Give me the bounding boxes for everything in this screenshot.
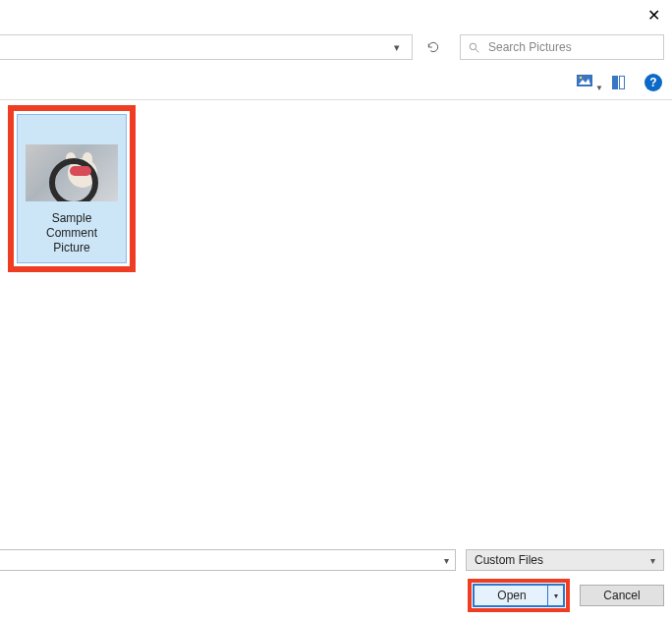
search-input[interactable]: [486, 39, 663, 55]
toolbar: ▼ ?: [0, 65, 672, 100]
file-thumbnail: [26, 144, 118, 201]
file-type-filter-label: Custom Files: [475, 553, 543, 567]
svg-point-0: [470, 43, 476, 50]
chevron-down-icon: ▼: [595, 84, 603, 92]
refresh-icon: [426, 40, 440, 54]
file-item-selected[interactable]: Sample Comment Picture: [17, 114, 127, 263]
file-open-dialog: ✕ ▾ ▼ ?: [0, 0, 672, 620]
svg-line-1: [476, 49, 478, 52]
filename-row: ▾ Custom Files ▾: [0, 547, 672, 573]
chevron-down-icon[interactable]: ▾: [390, 41, 404, 54]
preview-pane-icon: [612, 76, 625, 89]
svg-rect-2: [577, 75, 592, 86]
filename-input[interactable]: ▾: [0, 549, 456, 571]
chevron-down-icon[interactable]: ▾: [444, 555, 449, 566]
address-bar-row: ▾: [0, 33, 672, 61]
view-mode-button[interactable]: ▼: [572, 71, 597, 94]
annotation-highlight: Open: [468, 579, 570, 612]
help-icon[interactable]: ?: [644, 74, 662, 91]
open-button-split[interactable]: [547, 586, 563, 605]
refresh-button[interactable]: [419, 34, 448, 60]
svg-point-4: [580, 77, 583, 80]
file-list[interactable]: Sample Comment Picture: [0, 101, 672, 537]
search-icon: [461, 41, 486, 54]
file-label-line: Sample: [46, 211, 97, 226]
preview-pane-button[interactable]: [605, 71, 631, 94]
file-label: Sample Comment Picture: [44, 211, 99, 255]
dialog-buttons: Open Cancel: [0, 579, 672, 612]
open-button-label: Open: [497, 589, 539, 602]
chevron-down-icon: ▾: [650, 555, 655, 566]
open-button[interactable]: Open: [474, 585, 564, 606]
cancel-button-label: Cancel: [603, 589, 640, 602]
cancel-button[interactable]: Cancel: [580, 585, 664, 606]
file-label-line: Comment: [46, 226, 97, 241]
file-label-line: Picture: [46, 241, 97, 255]
address-input[interactable]: ▾: [0, 34, 413, 60]
annotation-highlight: Sample Comment Picture: [8, 105, 136, 272]
search-box[interactable]: [460, 34, 664, 60]
picture-icon: [577, 75, 592, 89]
close-icon[interactable]: ✕: [647, 6, 660, 25]
file-type-filter[interactable]: Custom Files ▾: [466, 549, 664, 571]
